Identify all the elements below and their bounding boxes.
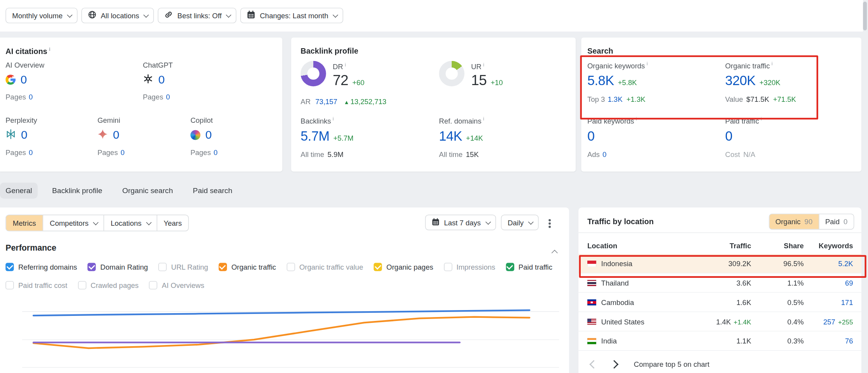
tab-organic-search[interactable]: Organic search: [117, 183, 178, 199]
citations-count-link[interactable]: 0: [113, 128, 120, 141]
flag-cambodia-icon: [587, 299, 596, 305]
location-name: United States: [601, 317, 644, 326]
toggle-paid[interactable]: Paid0: [819, 214, 854, 229]
stat-label: Organic traffici: [725, 61, 847, 70]
more-options-icon[interactable]: [547, 218, 552, 230]
metric-organic-pages[interactable]: Organic pages: [374, 263, 433, 271]
citations-count-link[interactable]: 0: [158, 73, 165, 86]
tab-paid-search[interactable]: Paid search: [187, 183, 238, 199]
chevron-down-icon: [143, 12, 149, 17]
top3-value-link[interactable]: 1.3K: [608, 95, 622, 103]
table-row-united-states[interactable]: United States 1.4K+1.4K 0.4% 257+255: [578, 312, 861, 331]
metric-referring-domains[interactable]: Referring domains: [5, 263, 77, 271]
collapse-section-icon[interactable]: [554, 246, 558, 256]
keywords-link[interactable]: 5.2K: [838, 259, 853, 267]
segment-competitors[interactable]: Competitors: [42, 215, 103, 231]
metric-url-rating[interactable]: URL Rating: [159, 263, 208, 271]
stat-label: ChatGPT: [143, 61, 230, 69]
col-keywords[interactable]: Keywords: [804, 242, 853, 250]
scrollbar-thumb[interactable]: [863, 2, 867, 30]
pages-count-link[interactable]: 0: [121, 148, 124, 157]
locations-filter[interactable]: All locations: [81, 8, 154, 23]
organic-keywords-value-link[interactable]: 5.8K: [587, 73, 614, 88]
compare-top5-link[interactable]: Compare top 5 on chart: [634, 360, 710, 368]
tab-backlink-profile[interactable]: Backlink profile: [47, 183, 108, 199]
ref-domains-stat: Ref. domainsi 14K+14K All time15K: [439, 116, 561, 159]
info-icon[interactable]: i: [49, 47, 51, 52]
toggle-organic[interactable]: Organic90: [769, 214, 819, 229]
pages-row: Pages0: [190, 148, 278, 157]
pages-count-link[interactable]: 0: [214, 148, 218, 157]
segment-years[interactable]: Years: [156, 215, 188, 231]
col-share[interactable]: Share: [751, 242, 804, 250]
metric-domain-rating[interactable]: Domain Rating: [87, 263, 148, 271]
dr-delta: +60: [352, 79, 364, 87]
granularity-button[interactable]: Daily: [501, 215, 539, 230]
pages-row: Pages0: [143, 93, 230, 101]
ar-value-link[interactable]: 73,157: [315, 98, 337, 106]
ads-count-link[interactable]: 0: [603, 151, 606, 159]
ref-domains-value-link[interactable]: 14K: [439, 129, 462, 143]
info-icon[interactable]: i: [483, 62, 484, 67]
location-name: Cambodia: [601, 298, 634, 306]
backlinks-value-link[interactable]: 5.7M: [300, 129, 329, 143]
metric-organic-traffic[interactable]: Organic traffic: [218, 263, 276, 271]
chevron-down-icon: [67, 12, 72, 17]
domain-rating-block: DRi 72+60: [300, 61, 364, 89]
stat-label: Paid traffici: [725, 116, 847, 125]
table-row-cambodia[interactable]: Cambodia 1.6K 0.5% 171: [578, 293, 861, 312]
url-rating-block: URi 15+10: [439, 61, 503, 89]
dr-donut-chart: [300, 61, 326, 87]
chevron-down-icon: [146, 220, 151, 225]
best-links-filter[interactable]: Best links: Off: [158, 8, 236, 23]
metric-impressions[interactable]: Impressions: [444, 263, 496, 271]
keywords-link[interactable]: 69: [845, 279, 853, 287]
metric-organic-traffic-value[interactable]: Organic traffic value: [286, 263, 363, 271]
next-page-icon[interactable]: [610, 360, 618, 368]
citations-count-link[interactable]: 0: [205, 128, 212, 141]
table-row-india[interactable]: India 1.1K 0.3% 76: [578, 331, 861, 351]
metric-paid-traffic-cost[interactable]: Paid traffic cost: [5, 281, 67, 289]
metric-ai-overviews[interactable]: AI Overviews: [149, 281, 204, 289]
keywords-link[interactable]: 76: [845, 337, 853, 345]
segment-metrics[interactable]: Metrics: [6, 215, 43, 231]
info-icon[interactable]: i: [636, 116, 637, 122]
info-icon[interactable]: i: [761, 116, 762, 122]
info-icon[interactable]: i: [483, 116, 484, 122]
table-footer: Compare top 5 on chart: [578, 356, 861, 373]
citations-count-link[interactable]: 0: [21, 128, 28, 141]
info-icon[interactable]: i: [772, 61, 773, 66]
segment-locations[interactable]: Locations: [103, 215, 156, 231]
performance-panel: Metrics Competitors Locations Years Last…: [0, 207, 569, 373]
checkbox-checked: [218, 263, 227, 271]
changes-filter[interactable]: Changes: Last month: [241, 8, 343, 23]
citations-count-link[interactable]: 0: [21, 73, 27, 86]
monthly-volume-filter[interactable]: Monthly volume: [5, 8, 77, 23]
pages-count-link[interactable]: 0: [29, 148, 33, 157]
paid-keywords-value-link[interactable]: 0: [587, 129, 595, 143]
pages-count-link[interactable]: 0: [166, 93, 170, 101]
date-range-button[interactable]: Last 7 days: [425, 215, 496, 230]
metric-crawled-pages[interactable]: Crawled pages: [78, 281, 138, 289]
pages-count-link[interactable]: 0: [29, 93, 33, 101]
panel-title: Traffic by location: [587, 217, 654, 226]
col-traffic[interactable]: Traffic: [700, 242, 751, 250]
tab-general[interactable]: General: [0, 183, 38, 199]
prev-page-icon[interactable]: [589, 360, 598, 368]
info-icon[interactable]: i: [345, 62, 346, 67]
stat-label: URi: [471, 62, 503, 71]
table-row-thailand[interactable]: Thailand 3.6K 1.1% 69: [578, 274, 861, 293]
organic-traffic-value-link[interactable]: 320K: [725, 73, 756, 88]
col-location[interactable]: Location: [587, 242, 700, 250]
checkbox-unchecked: [149, 281, 157, 289]
info-icon[interactable]: i: [333, 116, 334, 122]
filter-label: Monthly volume: [12, 11, 63, 19]
metric-paid-traffic[interactable]: Paid traffic: [506, 263, 552, 271]
series-organic-traffic: [33, 317, 529, 348]
keywords-link[interactable]: 171: [841, 298, 853, 306]
keywords-link[interactable]: 257: [823, 317, 835, 326]
checkbox-unchecked: [444, 263, 452, 271]
info-icon[interactable]: i: [646, 61, 648, 66]
table-row-indonesia[interactable]: Indonesia 309.2K 96.5% 5.2K: [578, 254, 861, 274]
paid-traffic-value-link[interactable]: 0: [725, 129, 733, 143]
